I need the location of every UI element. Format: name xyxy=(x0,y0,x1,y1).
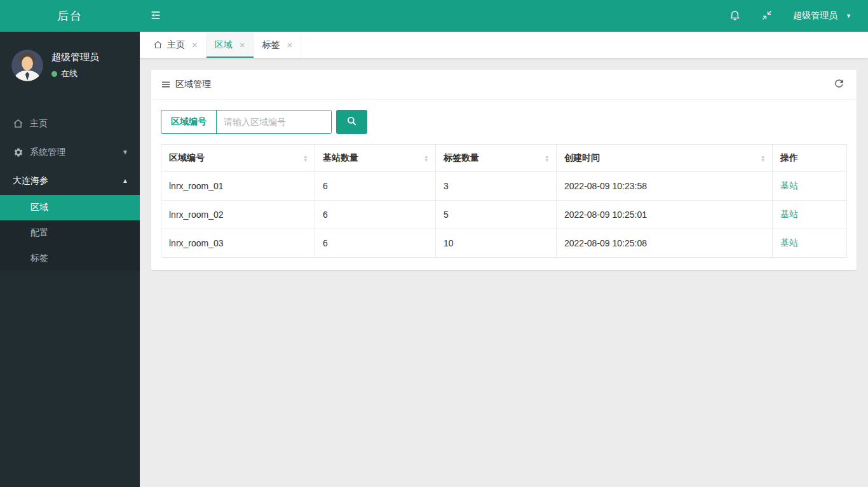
tab-region[interactable]: 区域 × xyxy=(207,32,254,58)
close-icon[interactable]: × xyxy=(192,40,198,50)
region-management-card: 区域管理 区域编号 xyxy=(151,70,857,270)
col-header-tag-count[interactable]: 标签数量▴▾ xyxy=(436,145,557,172)
navbar-right: 超级管理员 ▼ xyxy=(719,0,868,32)
column-label: 区域编号 xyxy=(169,152,205,164)
base-station-link[interactable]: 基站 xyxy=(780,180,798,190)
close-icon[interactable]: × xyxy=(287,40,293,50)
cell-actions: 基站 xyxy=(773,172,847,201)
tab-label: 区域 xyxy=(215,39,233,51)
list-bars-icon xyxy=(161,79,171,90)
search-input[interactable] xyxy=(217,110,331,133)
sidebar-item-label: 主页 xyxy=(30,118,48,130)
col-header-region-id[interactable]: 区域编号▴▾ xyxy=(161,145,315,172)
col-header-station-count[interactable]: 基站数量▴▾ xyxy=(315,145,436,172)
chevron-down-icon: ▼ xyxy=(846,13,851,19)
sidebar-item-label: 配置 xyxy=(31,227,48,239)
table-row: lnrx_room_03 6 10 2022-08-09 10:25:08 基站 xyxy=(161,229,847,258)
tab-label: 主页 xyxy=(167,39,185,51)
content-area: 区域管理 区域编号 xyxy=(140,58,868,487)
search-field-label: 区域编号 xyxy=(161,110,217,133)
home-icon xyxy=(13,118,24,129)
cell-station-count: 6 xyxy=(315,229,436,258)
user-info: 超级管理员 在线 xyxy=(51,51,99,79)
cell-tag-count: 3 xyxy=(436,172,557,201)
cell-created-time: 2022-08-09 10:25:08 xyxy=(557,229,773,258)
sort-icon[interactable]: ▴▾ xyxy=(545,154,548,162)
cell-actions: 基站 xyxy=(773,229,847,258)
cell-region-id: lnrx_room_01 xyxy=(161,172,315,201)
region-table: 区域编号▴▾ 基站数量▴▾ 标签数量▴▾ 创建时间▴▾ xyxy=(161,144,847,258)
user-status: 在线 xyxy=(51,68,99,79)
base-station-link[interactable]: 基站 xyxy=(780,209,798,219)
col-header-created-time[interactable]: 创建时间▴▾ xyxy=(557,145,773,172)
cell-created-time: 2022-08-09 10:23:58 xyxy=(557,172,773,201)
cell-region-id: lnrx_room_02 xyxy=(161,201,315,229)
sidebar-toggle-icon xyxy=(149,9,162,23)
sidebar-item-config[interactable]: 配置 xyxy=(0,220,140,246)
app-logo: 后台 xyxy=(0,0,140,32)
sidebar-item-label: 系统管理 xyxy=(30,147,65,158)
sidebar-item-tag[interactable]: 标签 xyxy=(0,246,140,271)
column-label: 基站数量 xyxy=(323,152,358,164)
online-dot-icon xyxy=(51,71,57,77)
cell-station-count: 6 xyxy=(315,172,436,201)
user-name: 超级管理员 xyxy=(51,51,99,63)
page-title: 区域管理 xyxy=(175,79,211,90)
tab-tag[interactable]: 标签 × xyxy=(254,32,302,58)
bell-icon xyxy=(729,9,741,23)
sidebar: 超级管理员 在线 主页 系统管理 ▼ xyxy=(0,32,140,487)
column-label: 操作 xyxy=(780,152,798,164)
card-title: 区域管理 xyxy=(161,79,211,90)
tab-bar: 主页 × 区域 × 标签 × xyxy=(140,32,868,58)
top-navbar: 后台 xyxy=(0,0,868,32)
search-icon xyxy=(346,115,358,129)
tab-label: 标签 xyxy=(262,39,280,51)
search-row: 区域编号 xyxy=(161,110,847,134)
cell-actions: 基站 xyxy=(773,201,847,229)
avatar xyxy=(11,50,43,81)
card-header: 区域管理 xyxy=(151,70,857,100)
sort-icon[interactable]: ▴▾ xyxy=(304,154,307,162)
fullscreen-button[interactable] xyxy=(751,0,783,32)
cell-region-id: lnrx_room_03 xyxy=(161,229,315,258)
sidebar-item-label: 大连海参 xyxy=(13,175,48,187)
sidebar-submenu: 区域 配置 标签 xyxy=(0,195,140,271)
search-button[interactable] xyxy=(336,110,367,134)
sidebar-item-label: 区域 xyxy=(31,202,48,213)
refresh-button[interactable] xyxy=(831,76,847,93)
main-area: 主页 × 区域 × 标签 × xyxy=(140,32,868,487)
base-station-link[interactable]: 基站 xyxy=(780,237,798,248)
notifications-button[interactable] xyxy=(719,0,751,32)
cell-created-time: 2022-08-09 10:25:01 xyxy=(557,201,773,229)
sidebar-item-home[interactable]: 主页 xyxy=(0,109,140,138)
home-icon xyxy=(153,40,163,50)
sidebar-item-region[interactable]: 区域 xyxy=(0,195,140,220)
online-label: 在线 xyxy=(61,68,78,79)
column-label: 创建时间 xyxy=(564,152,600,164)
tab-home[interactable]: 主页 × xyxy=(145,32,207,58)
sidebar-item-dalian-haishen[interactable]: 大连海参 ▲ xyxy=(0,166,140,195)
sort-icon[interactable]: ▴▾ xyxy=(424,154,428,162)
column-label: 标签数量 xyxy=(444,152,479,164)
sidebar-toggle-button[interactable] xyxy=(140,0,172,32)
sidebar-menu: 主页 系统管理 ▼ 大连海参 ▲ 区域 配置 标签 xyxy=(0,109,140,271)
user-menu-label: 超级管理员 xyxy=(793,10,837,22)
chevron-down-icon: ▼ xyxy=(122,149,128,156)
refresh-icon xyxy=(833,77,845,91)
sidebar-item-system-management[interactable]: 系统管理 ▼ xyxy=(0,138,140,166)
cell-tag-count: 10 xyxy=(436,229,557,258)
user-panel: 超级管理员 在线 xyxy=(0,32,140,100)
sidebar-item-label: 标签 xyxy=(31,253,48,264)
close-icon[interactable]: × xyxy=(240,40,245,50)
fullscreen-compress-icon xyxy=(761,10,773,23)
col-header-actions: 操作 xyxy=(773,145,847,172)
table-header-row: 区域编号▴▾ 基站数量▴▾ 标签数量▴▾ 创建时间▴▾ xyxy=(161,145,847,172)
chevron-up-icon: ▲ xyxy=(122,177,128,184)
card-body: 区域编号 xyxy=(151,100,857,270)
gear-icon xyxy=(13,147,24,157)
search-input-group: 区域编号 xyxy=(161,110,332,134)
user-menu[interactable]: 超级管理员 ▼ xyxy=(783,0,868,32)
table-row: lnrx_room_01 6 3 2022-08-09 10:23:58 基站 xyxy=(161,172,847,201)
sort-icon[interactable]: ▴▾ xyxy=(761,154,764,162)
cell-tag-count: 5 xyxy=(436,201,557,229)
